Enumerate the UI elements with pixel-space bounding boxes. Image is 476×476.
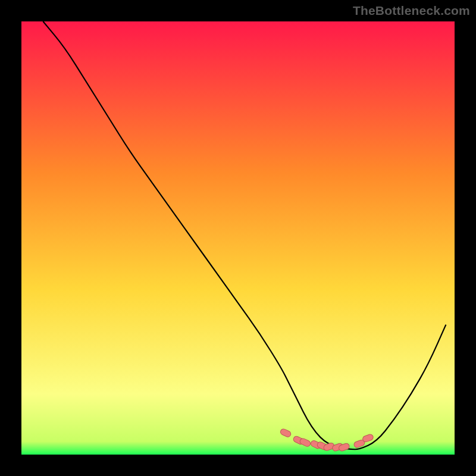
- bottleneck-chart: [0, 0, 476, 476]
- watermark-text: TheBottleneck.com: [353, 4, 470, 18]
- plot-area: [21, 21, 455, 455]
- page-root: { "watermark": "TheBottleneck.com", "col…: [0, 0, 476, 476]
